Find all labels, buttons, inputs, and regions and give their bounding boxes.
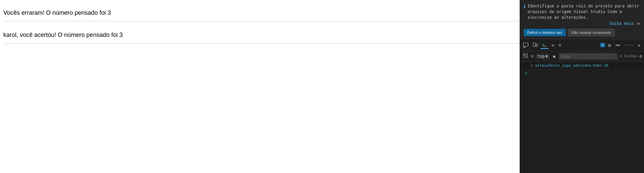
info-icon: ℹ [524,4,525,9]
more-options-icon[interactable]: ··· [623,42,635,49]
define-root-button[interactable]: Definir o diretório raiz [524,29,566,36]
no-show-button[interactable]: Não mostrar novamente [568,29,615,36]
saiba-mais-link[interactable]: Saiba mais [609,21,634,26]
settings-icon[interactable]: ⚙ [607,42,612,49]
add-tab-icon[interactable]: + [557,42,563,49]
browser-content: Vocês erraram! O número pensado foi 3 ka… [0,0,520,173]
errors-badge[interactable]: 5 [600,43,605,47]
svg-rect-0 [523,43,528,46]
device-mode-icon[interactable] [531,42,539,49]
dropdown-arrow-icon: ▼ [546,54,548,59]
console-tab[interactable] [541,42,549,49]
expand-arrow-icon[interactable]: > [522,70,530,76]
devtools-filter-row: ⊘ top ▼ ◉ 4 hidden ⚙ [520,51,644,61]
console-source-link[interactable]: oitavoTeste_jogo_adivinha.html:16 [535,63,609,68]
hidden-count: 4 hidden [619,54,637,58]
devtools-console: 3 oitavoTeste_jogo_adivinha.html:16 > [520,61,644,173]
svg-point-6 [616,45,617,46]
context-label: top [538,54,545,59]
devtools-toolbar: » + 5 ⚙ ··· ✕ [520,39,644,51]
eye-icon[interactable]: ◉ [552,53,557,59]
devtools-panel: ℹ Identifique a pasta raiz do projeto pa… [520,0,644,173]
clear-console-icon[interactable] [522,53,529,60]
svg-line-12 [524,54,527,57]
context-selector[interactable]: top ▼ [536,53,550,59]
chevron-right-icon[interactable]: » [550,42,556,49]
svg-rect-4 [536,44,538,47]
no-filter-icon[interactable]: ⊘ [531,54,534,59]
notification-text: Identifique a pasta raiz do projeto para… [527,3,640,20]
console-count: 3 [522,63,532,68]
output-line-2: karol, você acertou! O número pensado fo… [3,28,519,44]
inspect-element-icon[interactable] [522,42,530,49]
close-devtools-icon[interactable]: ✕ [636,42,642,49]
customize-icon[interactable] [614,42,622,49]
console-arrow-row: > [520,69,644,77]
output-line-1: Vocês erraram! O número pensado foi 3 [3,6,519,21]
notification-banner: ℹ Identifique a pasta raiz do projeto pa… [520,0,644,39]
console-log-row: 3 oitavoTeste_jogo_adivinha.html:16 [520,63,644,69]
notification-close-icon[interactable]: ✕ [637,21,640,26]
filter-settings-icon[interactable]: ⚙ [639,54,642,59]
filter-input[interactable] [559,53,618,60]
svg-point-7 [618,45,619,46]
svg-rect-3 [533,43,535,47]
